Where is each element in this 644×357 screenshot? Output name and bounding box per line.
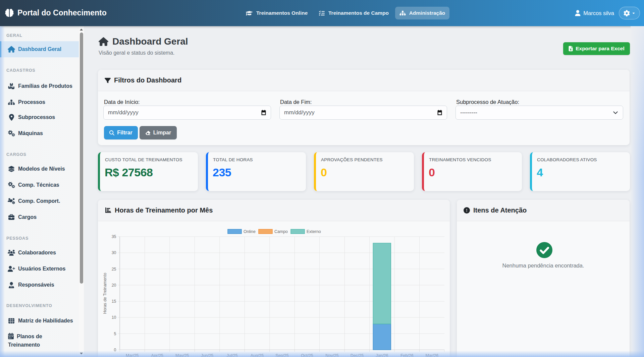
svg-text:May/25: May/25 [175, 353, 189, 357]
svg-text:15: 15 [112, 299, 116, 304]
svg-text:Externo: Externo [307, 229, 321, 234]
svg-text:Sep/25: Sep/25 [275, 353, 288, 357]
svg-text:Jan/26: Jan/26 [376, 353, 388, 357]
svg-text:30: 30 [112, 250, 116, 255]
svg-text:Oct/25: Oct/25 [301, 353, 313, 357]
svg-text:35: 35 [112, 234, 116, 239]
svg-text:Jun/25: Jun/25 [201, 353, 213, 357]
svg-text:Campo: Campo [274, 229, 288, 234]
svg-text:Horas de Treinamento: Horas de Treinamento [103, 273, 107, 314]
svg-text:25: 25 [112, 267, 116, 272]
svg-text:Feb/26: Feb/26 [400, 353, 414, 357]
svg-text:5: 5 [114, 332, 116, 336]
svg-text:Nov/25: Nov/25 [325, 353, 338, 357]
svg-text:Mar/25: Mar/25 [126, 353, 139, 357]
svg-text:Jul/25: Jul/25 [227, 353, 238, 357]
svg-text:0: 0 [114, 348, 116, 352]
svg-text:Mar/26: Mar/26 [426, 353, 439, 357]
svg-text:Dec/25: Dec/25 [351, 353, 364, 357]
svg-text:20: 20 [112, 283, 116, 288]
svg-text:Apr/25: Apr/25 [151, 353, 163, 357]
svg-text:Aug/25: Aug/25 [251, 353, 264, 357]
svg-text:Online: Online [244, 229, 256, 234]
svg-text:10: 10 [112, 315, 116, 320]
